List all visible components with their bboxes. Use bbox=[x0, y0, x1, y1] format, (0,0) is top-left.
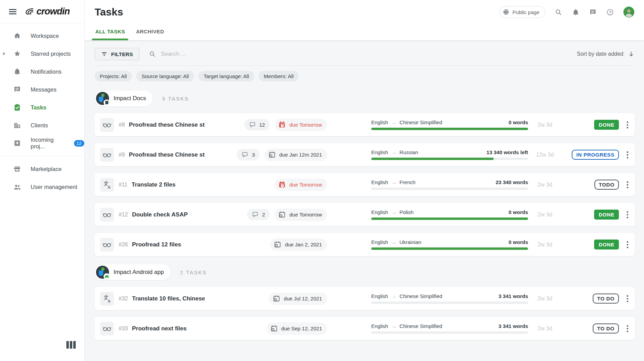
sidebar-item-label: Notifications bbox=[31, 68, 62, 75]
word-count: 13 340 words left bbox=[486, 149, 528, 155]
translate-icon: A bbox=[100, 178, 114, 192]
messages-icon[interactable] bbox=[589, 8, 597, 16]
globe-icon bbox=[502, 8, 510, 16]
task-id: #32 bbox=[119, 296, 128, 302]
tab-archived[interactable]: ARCHIVED bbox=[135, 24, 165, 40]
task-title: Proofread these Chinese strings ASAP bbox=[129, 151, 205, 158]
task-row[interactable]: #12 Double check ASAP 2 due Tomorrow Eng… bbox=[95, 203, 635, 226]
comments-chip[interactable]: 2 bbox=[247, 209, 270, 220]
task-age: 2w 3d bbox=[528, 212, 562, 218]
target-language: Russian bbox=[399, 149, 418, 155]
task-meta: 2 due Tomorrow bbox=[205, 209, 327, 221]
due-date-pill[interactable]: due Tomorrow bbox=[275, 119, 327, 131]
due-date-pill[interactable]: due Tomorrow bbox=[275, 209, 327, 221]
hamburger-menu-icon[interactable] bbox=[8, 7, 17, 16]
status-badge: TO DO bbox=[593, 323, 619, 333]
source-language: English bbox=[371, 119, 388, 125]
kebab-menu-icon[interactable] bbox=[624, 179, 631, 190]
user-avatar[interactable] bbox=[623, 7, 634, 18]
progress-fill bbox=[371, 247, 528, 250]
sidebar-item-marketplace[interactable]: Marketplace bbox=[0, 160, 84, 178]
filters-button[interactable]: FILTERS bbox=[95, 48, 139, 60]
task-row[interactable]: #33 Proofread next files due Sep 12, 202… bbox=[95, 317, 635, 340]
chip-members[interactable]: Members: All bbox=[259, 71, 299, 82]
progress-bar bbox=[371, 247, 528, 250]
word-count: 3 341 words bbox=[498, 293, 528, 299]
home-icon bbox=[13, 32, 21, 40]
comment-icon bbox=[242, 151, 249, 158]
task-row[interactable]: #26 Proofread 12 files due Jan 2, 2021 E… bbox=[95, 233, 635, 256]
task-row[interactable]: #9 Proofread these Chinese strings ASAP … bbox=[95, 143, 635, 166]
search-box[interactable] bbox=[149, 50, 577, 58]
kebab-menu-icon[interactable] bbox=[624, 209, 631, 220]
task-count-label: 5 TASKS bbox=[162, 96, 189, 102]
word-count: 23 340 words bbox=[496, 179, 528, 185]
inbox-icon bbox=[13, 139, 21, 147]
sidebar-item-workspace[interactable]: Workspace bbox=[0, 27, 84, 45]
tab-all-tasks[interactable]: ALL TASKS bbox=[95, 24, 126, 40]
language-progress: English → Polish 0 words bbox=[371, 209, 528, 220]
kebab-menu-icon[interactable] bbox=[624, 149, 631, 160]
sidebar-item-notifications[interactable]: Notifications bbox=[0, 63, 84, 81]
project-chip[interactable]: Impact Android app bbox=[95, 264, 171, 280]
sidebar-item-messages[interactable]: Messages bbox=[0, 81, 84, 98]
chip-projects[interactable]: Projects: All bbox=[95, 71, 132, 82]
search-input[interactable] bbox=[161, 51, 264, 57]
due-date-label: due Sep 12, 2021 bbox=[281, 326, 322, 331]
project-chip[interactable]: Impact Docs bbox=[95, 91, 153, 106]
sidebar-item-tasks[interactable]: Tasks bbox=[0, 98, 84, 116]
task-row[interactable]: A #11 Translate 2 files due Tomorrow Eng… bbox=[95, 173, 635, 196]
due-date-pill[interactable]: due Tomorrow bbox=[275, 179, 327, 191]
word-count: 0 words bbox=[508, 209, 528, 215]
building-icon bbox=[13, 121, 21, 129]
language-progress: English → Chinese Simplified 3 341 words bbox=[371, 323, 528, 334]
task-row[interactable]: A #32 Translate 10 files, Chinese due Ju… bbox=[95, 287, 635, 310]
target-language: Chinese Simplified bbox=[399, 293, 442, 299]
sidebar-item-clients[interactable]: Clients bbox=[0, 116, 84, 134]
comments-chip[interactable]: 3 bbox=[237, 149, 259, 160]
chip-target-language[interactable]: Target language: All bbox=[198, 71, 254, 82]
count-badge: 12 bbox=[74, 140, 84, 147]
sidebar-nav: Workspace Starred projects Notifications… bbox=[0, 23, 84, 196]
comments-chip[interactable]: 12 bbox=[244, 119, 270, 130]
task-title: Proofread 12 files bbox=[132, 241, 205, 248]
filter-icon bbox=[101, 51, 107, 57]
crowdin-logo[interactable]: crowdin bbox=[24, 6, 70, 17]
help-icon[interactable]: ? bbox=[606, 8, 614, 16]
chip-source-language[interactable]: Source language: All bbox=[136, 71, 194, 82]
due-date-pill[interactable]: due Jul 12, 2021 bbox=[269, 293, 327, 305]
progress-fill bbox=[371, 158, 494, 160]
search-icon bbox=[149, 50, 156, 58]
calendar-icon bbox=[278, 211, 286, 219]
svg-text:?: ? bbox=[609, 10, 611, 14]
task-row[interactable]: #8 Proofread these Chinese strings ASAP … bbox=[95, 113, 635, 136]
kebab-menu-icon[interactable] bbox=[624, 239, 631, 250]
arrow-right-icon: → bbox=[391, 323, 396, 329]
calendar-icon bbox=[278, 181, 286, 189]
view-toggle-icon[interactable] bbox=[66, 341, 76, 349]
public-page-button[interactable]: Public page bbox=[500, 6, 545, 18]
due-date-pill[interactable]: due Jan 2, 2021 bbox=[270, 238, 327, 251]
due-date-pill[interactable]: due Jan 12m 2021 bbox=[265, 149, 327, 161]
word-count: 0 words bbox=[508, 119, 528, 125]
status-badge: DONE bbox=[594, 120, 619, 130]
due-date-label: due Tomorrow bbox=[289, 212, 322, 217]
sidebar-item-starred-projects[interactable]: Starred projects bbox=[0, 45, 84, 63]
due-date-pill[interactable]: due Sep 12, 2021 bbox=[267, 322, 327, 335]
expand-chevron-icon[interactable] bbox=[3, 52, 6, 55]
notifications-bell-icon[interactable] bbox=[572, 8, 580, 16]
task-title: Proofread next files bbox=[132, 325, 205, 332]
sort-control[interactable]: Sort by date added bbox=[577, 51, 635, 57]
language-progress: English → French 23 340 words bbox=[371, 179, 528, 190]
kebab-menu-icon[interactable] bbox=[624, 323, 631, 334]
source-language: English bbox=[371, 149, 388, 155]
sort-label: Sort by date added bbox=[577, 51, 623, 57]
sidebar-item-user-management[interactable]: User management bbox=[0, 178, 84, 196]
kebab-menu-icon[interactable] bbox=[624, 293, 631, 304]
sidebar-item-incoming-proj[interactable]: Incoming proj... 12 bbox=[0, 134, 84, 152]
filters-button-label: FILTERS bbox=[111, 51, 133, 57]
progress-fill bbox=[371, 128, 528, 130]
search-icon[interactable] bbox=[555, 8, 562, 16]
kebab-menu-icon[interactable] bbox=[624, 119, 631, 130]
target-language: Chinese Simplified bbox=[399, 119, 442, 125]
